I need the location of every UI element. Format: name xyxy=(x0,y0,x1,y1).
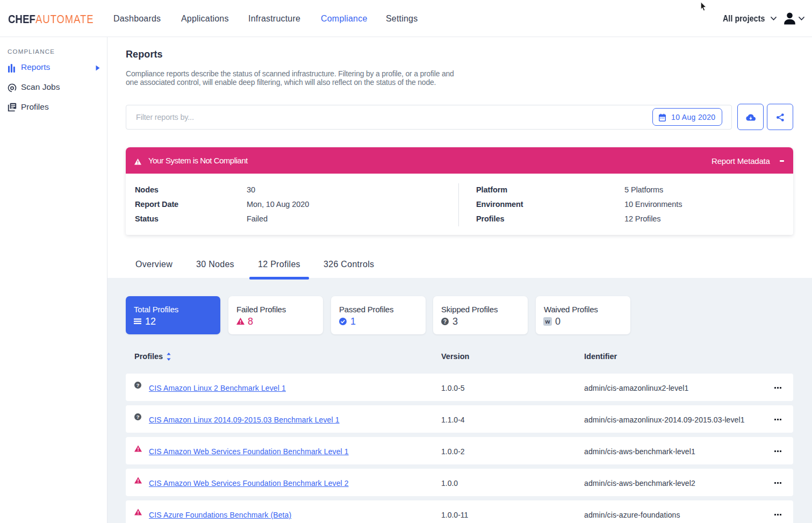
svg-text:w: w xyxy=(545,318,550,325)
svg-text:?: ? xyxy=(443,319,447,325)
svg-text:?: ? xyxy=(136,414,140,420)
svg-text:?: ? xyxy=(136,383,140,388)
